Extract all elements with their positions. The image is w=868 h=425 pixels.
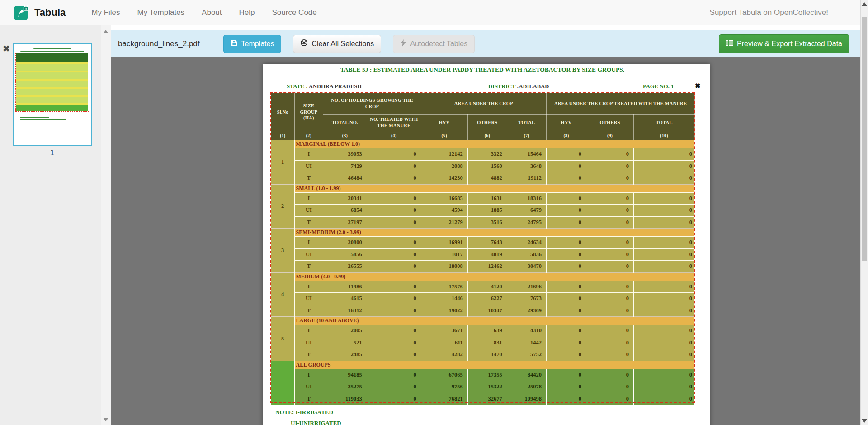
- remove-selection-button[interactable]: ✖: [695, 83, 701, 90]
- remove-circle-icon: [300, 39, 308, 48]
- support-link[interactable]: Support Tabula on OpenCollective!: [710, 8, 828, 17]
- document-note: NOTE: I-IRRIGATED UI-UNIRRIGATED: [275, 407, 341, 425]
- remove-file-icon[interactable]: ✖: [3, 43, 10, 54]
- templates-button[interactable]: Templates: [223, 35, 282, 53]
- scroll-down-icon[interactable]: [862, 419, 867, 423]
- nav-item-my-templates[interactable]: My Templates: [129, 8, 193, 17]
- pdf-page[interactable]: TABLE 5J : ESTIMATED AREA UNDER PADDY TR…: [263, 64, 710, 425]
- page-thumbnail[interactable]: [13, 43, 92, 146]
- main-area: background_lines_2.pdf Templates Clear A…: [111, 25, 860, 425]
- table-list-icon: [726, 39, 733, 48]
- flash-icon: [400, 39, 406, 48]
- state-label: STATE :: [287, 83, 307, 90]
- nav-menu: My Files My Templates About Help Source …: [83, 8, 325, 17]
- thumbnail-note-line: [20, 119, 66, 120]
- scroll-up-icon[interactable]: [862, 2, 867, 6]
- state-field: STATE : ANDHRA PRADESH: [287, 83, 362, 90]
- thumbnail-selection-outline: [15, 53, 89, 112]
- sidebar-scrollbar[interactable]: [101, 25, 111, 425]
- note-line-1: NOTE: I-IRRIGATED: [275, 407, 341, 418]
- top-navbar: Tabula My Files My Templates About Help …: [0, 0, 868, 25]
- clear-all-selections-button[interactable]: Clear All Selections: [293, 35, 381, 53]
- page-thumbnail-preview: [16, 53, 88, 111]
- thumbnail-title-line: [33, 48, 71, 49]
- document-viewport: TABLE 5J : ESTIMATED AREA UNDER PADDY TR…: [111, 57, 860, 425]
- note-line-2: UI-UNIRRIGATED: [291, 418, 341, 425]
- toolbar: background_lines_2.pdf Templates Clear A…: [111, 30, 860, 57]
- templates-button-label: Templates: [241, 40, 274, 48]
- table-selection[interactable]: [270, 92, 695, 403]
- nav-item-help[interactable]: Help: [231, 8, 264, 17]
- page-no-label: PAGE NO. 1: [643, 83, 674, 90]
- save-icon: [231, 39, 238, 48]
- district-label: DISTRICT: [488, 83, 515, 90]
- thumbnail-note-line: [20, 117, 49, 118]
- state-value: ANDHRA PRADESH: [309, 83, 362, 90]
- tabula-logo-icon: [14, 4, 30, 21]
- thumbnail-title-line: [20, 51, 84, 52]
- pages-sidebar: ✖ 1: [0, 25, 101, 425]
- scroll-down-icon[interactable]: [103, 418, 108, 421]
- thumbnail-note-line: [17, 115, 40, 115]
- autodetect-tables-button[interactable]: Autodetect Tables: [393, 35, 475, 53]
- document-meta-line: STATE : ANDHRA PRADESH DISTRICT :ADILABA…: [263, 83, 710, 91]
- district-value: :ADILABAD: [517, 83, 549, 90]
- page-number-label: 1: [13, 148, 92, 158]
- nav-item-about[interactable]: About: [193, 8, 230, 17]
- window-scrollbar[interactable]: [860, 0, 868, 425]
- clear-all-selections-label: Clear All Selections: [311, 40, 374, 48]
- preview-export-label: Preview & Export Extracted Data: [737, 40, 842, 48]
- preview-export-button[interactable]: Preview & Export Extracted Data: [719, 34, 849, 53]
- district-field: DISTRICT :ADILABAD: [488, 83, 549, 90]
- autodetect-tables-label: Autodetect Tables: [410, 40, 467, 48]
- pdf-filename: background_lines_2.pdf: [118, 39, 200, 48]
- scrollbar-thumb[interactable]: [862, 17, 867, 261]
- brand-title: Tabula: [34, 7, 66, 19]
- nav-item-my-files[interactable]: My Files: [83, 8, 128, 17]
- scroll-up-icon[interactable]: [103, 30, 108, 33]
- document-title: TABLE 5J : ESTIMATED AREA UNDER PADDY TR…: [270, 66, 695, 73]
- nav-item-source-code[interactable]: Source Code: [264, 8, 326, 17]
